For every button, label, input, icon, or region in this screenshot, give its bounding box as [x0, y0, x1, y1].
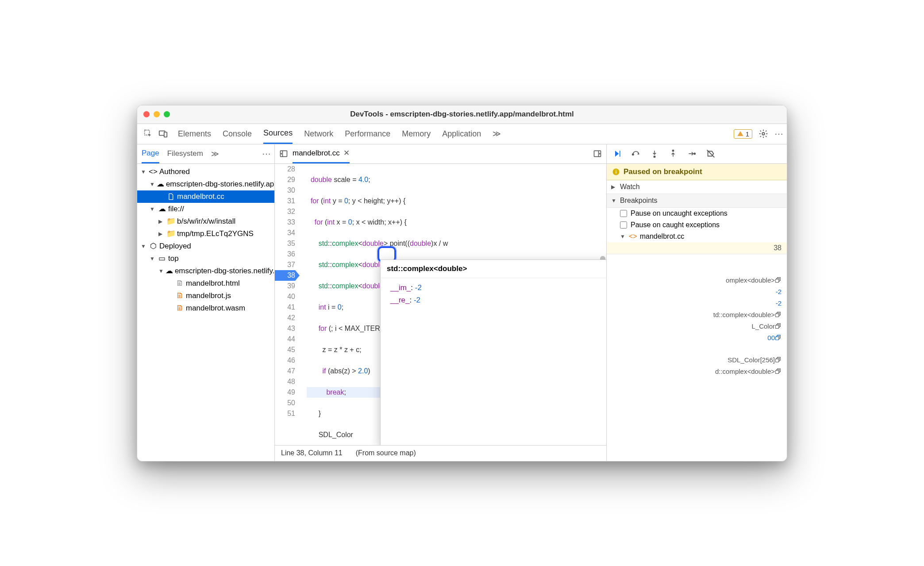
- svg-point-7: [632, 154, 634, 155]
- navigator-tab-filesystem[interactable]: Filesystem: [167, 144, 203, 163]
- step-out-button[interactable]: [669, 149, 678, 158]
- titlebar: DevTools - emscripten-dbg-stories.netlif…: [137, 105, 787, 124]
- tree-file-wasm[interactable]: 🗎mandelbrot.wasm: [137, 302, 274, 314]
- value-tooltip: std::complex<double> __im_: -2 __re_: -2: [380, 260, 606, 445]
- line-gutter[interactable]: 2829303132333435363738394041424344454647…: [275, 164, 299, 419]
- pause-caught[interactable]: Pause on caught exceptions: [607, 219, 787, 231]
- tooltip-type: std::complex<double>: [381, 260, 606, 278]
- tree-group-authored[interactable]: ▼<>Authored: [137, 166, 274, 178]
- traffic-lights: [143, 111, 170, 117]
- step-over-button[interactable]: [631, 149, 640, 158]
- step-into-button[interactable]: [650, 149, 659, 158]
- resume-button[interactable]: [613, 149, 622, 158]
- tab-memory[interactable]: Memory: [402, 124, 431, 144]
- tree-folder-install[interactable]: ▶📁b/s/w/ir/x/w/install: [137, 215, 274, 228]
- devtools-window: DevTools - emscripten-dbg-stories.netlif…: [137, 105, 787, 461]
- device-toolbar-icon[interactable]: [157, 127, 170, 140]
- tab-elements[interactable]: Elements: [178, 124, 211, 144]
- tree-folder-tmp[interactable]: ▶📁tmp/tmp.ELcTq2YGNS: [137, 228, 274, 240]
- debugger-panel: Paused on breakpoint ▶Watch ▼Breakpoints…: [607, 144, 787, 461]
- inspect-element-icon[interactable]: [142, 127, 155, 140]
- paused-banner: Paused on breakpoint: [607, 164, 787, 180]
- breakpoint-file[interactable]: ▼<>mandelbrot.cc: [607, 231, 787, 242]
- close-tab-icon[interactable]: ✕: [343, 148, 350, 158]
- code-editor: 2829303132333435363738394041424344454647…: [275, 164, 606, 445]
- main-toolbar: Elements Console Sources Network Perform…: [137, 124, 787, 144]
- tree-file-html[interactable]: 🗎mandelbrot.html: [137, 277, 274, 290]
- toggle-debugger-icon[interactable]: [593, 149, 602, 158]
- tab-performance[interactable]: Performance: [345, 124, 390, 144]
- tree-domain-2[interactable]: ▼☁emscripten-dbg-stories.netlify.app: [137, 265, 274, 277]
- section-breakpoints[interactable]: ▼Breakpoints: [607, 194, 787, 208]
- more-menu-icon[interactable]: ⋯: [774, 128, 782, 139]
- zoom-window-button[interactable]: [164, 111, 170, 117]
- warnings-badge[interactable]: 1: [734, 129, 752, 139]
- cursor-position: Line 38, Column 11: [281, 449, 343, 457]
- navigator-panel: Page Filesystem ≫ ⋯ ▼<>Authored ▼☁emscri…: [137, 144, 275, 461]
- editor-status-bar: Line 38, Column 11 (From source map): [275, 445, 606, 461]
- toggle-navigator-icon[interactable]: [279, 149, 288, 158]
- svg-rect-2: [164, 132, 167, 137]
- svg-point-8: [654, 156, 655, 157]
- tab-network[interactable]: Network: [304, 124, 333, 144]
- tree-group-deployed[interactable]: ▼⬡Deployed: [137, 240, 274, 252]
- tree-file-mandelbrot-cc[interactable]: mandelbrot.cc: [137, 190, 274, 203]
- tabs-overflow[interactable]: ≫: [493, 124, 501, 144]
- step-button[interactable]: [687, 149, 696, 158]
- window-title: DevTools - emscripten-dbg-stories.netlif…: [142, 110, 782, 119]
- settings-icon[interactable]: [758, 129, 768, 139]
- navigator-more-icon[interactable]: ⋯: [262, 148, 270, 159]
- minimize-window-button[interactable]: [154, 111, 160, 117]
- editor-tab-mandelbrot[interactable]: mandelbrot.cc ✕: [293, 144, 350, 163]
- section-watch[interactable]: ▶Watch: [607, 180, 787, 194]
- tree-frame-top[interactable]: ▼▭top: [137, 252, 274, 265]
- breakpoint-line[interactable]: 38: [607, 242, 787, 254]
- close-window-button[interactable]: [143, 111, 150, 117]
- scope-values: omplex<double>🗇 -2 -2 td::complex<double…: [607, 272, 787, 380]
- svg-rect-12: [616, 171, 616, 173]
- source-info: (From source map): [356, 449, 416, 457]
- svg-rect-6: [620, 151, 620, 156]
- svg-rect-13: [616, 170, 616, 171]
- file-tree: ▼<>Authored ▼☁emscripten-dbg-stories.net…: [137, 164, 274, 461]
- svg-point-10: [694, 153, 695, 154]
- svg-point-3: [762, 132, 765, 135]
- tree-file-js[interactable]: 🗎mandelbrot.js: [137, 290, 274, 302]
- tab-sources[interactable]: Sources: [263, 124, 293, 144]
- navigator-tabs-overflow[interactable]: ≫: [211, 144, 219, 163]
- info-icon: [612, 168, 620, 176]
- tab-application[interactable]: Application: [442, 124, 481, 144]
- tree-file-scheme[interactable]: ▼☁file://: [137, 203, 274, 215]
- warning-icon: [737, 130, 744, 137]
- navigator-tab-page[interactable]: Page: [142, 144, 159, 163]
- tab-console[interactable]: Console: [223, 124, 252, 144]
- deactivate-breakpoints-button[interactable]: [706, 149, 716, 159]
- tree-domain-1[interactable]: ▼☁emscripten-dbg-stories.netlify.app: [137, 178, 274, 190]
- pause-uncaught[interactable]: Pause on uncaught exceptions: [607, 208, 787, 219]
- debug-toolbar: [607, 144, 787, 164]
- svg-point-9: [672, 150, 674, 151]
- editor-panel: mandelbrot.cc ✕ 282930313233343536373839…: [275, 144, 607, 461]
